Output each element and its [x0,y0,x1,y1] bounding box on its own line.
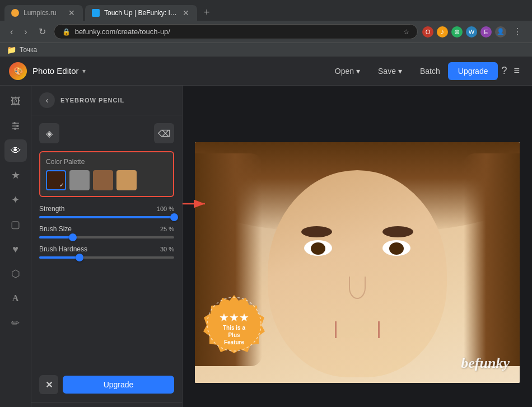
canvas-wrapper: befunky ★★★ This is a Plus Feature [195,142,520,383]
badge-svg: ★★★ This is a Plus Feature [203,293,265,355]
strength-slider[interactable] [39,216,174,218]
header-nav: Open ▾ Save ▾ Batch [327,63,448,79]
sidebar-item-textures[interactable]: ⬡ [4,263,27,285]
app-title-container: Photo Editor ▾ [32,66,86,76]
tab-befunky[interactable]: Touch Up | BeFunky: Image Reto... ✕ [85,5,197,21]
sidebar-item-elements[interactable]: ✦ [4,189,27,211]
strength-label: Strength [39,205,64,213]
befunky-watermark: befunky [461,355,510,372]
forward-button[interactable]: › [21,25,30,39]
address-text: befunky.com/create/touch-up/ [75,27,399,36]
svg-text:Plus: Plus [228,332,240,338]
app-title-dropdown-icon[interactable]: ▾ [82,67,86,75]
app-logo: 🎨 [9,62,27,80]
brush-size-slider-row: Brush Size 25 % [39,225,174,238]
swatch-gray[interactable] [69,170,90,190]
photo-content: befunky ★★★ This is a Plus Feature [195,142,520,383]
address-bar[interactable]: 🔒 befunky.com/create/touch-up/ ☆ [54,24,418,39]
cancel-button[interactable]: ✕ [39,375,58,394]
sidebar-item-draw[interactable]: ✏ [4,312,27,334]
tab-befunky-close[interactable]: ✕ [181,8,190,17]
brush-hardness-slider[interactable] [39,256,174,259]
tab-lumpics[interactable]: Lumpics.ru ✕ [4,5,83,21]
strength-value: 100 % [157,205,174,212]
color-palette-label: Color Palette [46,158,167,166]
sidebar-item-text[interactable]: A [4,287,27,310]
brush-hardness-label: Brush Hardness [39,245,87,253]
wallet-icon: W [466,26,477,38]
erase-tool-button[interactable]: ⌫ [154,123,174,143]
upgrade-tool-button[interactable]: Upgrade [63,376,174,394]
brush-tool-button[interactable]: ◈ [39,123,59,143]
tool-panel-content: ◈ ⌫ Color Palette ✓ [31,115,182,375]
color-swatches: ✓ [46,170,167,190]
refresh-button[interactable]: ↻ [35,24,49,39]
svg-point-3 [13,122,16,124]
strength-slider-fill [39,216,174,218]
vpn-icon: ⊕ [451,26,463,38]
upgrade-header-button[interactable]: Upgrade [448,62,498,80]
tool-panel-title: Eyebrow Pencil [60,97,124,104]
brush-hardness-value: 30 % [160,246,174,252]
face-oval [268,170,447,377]
panel-icons-row: ◈ ⌫ [39,123,174,143]
app-title-text: Photo Editor [32,66,79,76]
right-eyebrow [382,226,413,237]
plus-badge: ★★★ This is a Plus Feature [203,293,265,355]
tab-befunky-title: Touch Up | BeFunky: Image Reto... [104,9,177,17]
nose [349,277,366,299]
more-button[interactable]: ⋮ [510,24,525,39]
music-icon: ♪ [437,26,448,38]
brush-size-label: Brush Size [39,225,72,233]
tab-lumpics-title: Lumpics.ru [24,9,63,17]
sidebar-item-frames[interactable]: ▢ [4,213,27,236]
back-button[interactable]: ‹ [7,25,16,39]
svg-point-5 [14,128,16,130]
swatch-check-icon: ✓ [59,182,64,188]
brush-size-slider-fill [39,236,73,238]
brush-hardness-slider-thumb[interactable] [76,254,83,261]
left-icon-bar: 🖼 👁 ★ ✦ ▢ ♥ ⬡ A ✏ [0,86,31,407]
batch-button[interactable]: Batch [412,63,448,79]
left-eyebrow [301,226,332,237]
svg-text:This is a: This is a [223,325,245,331]
opera-icon: O [422,26,433,38]
tab-lumpics-close[interactable]: ✕ [67,8,76,17]
app-header: 🎨 Photo Editor ▾ Open ▾ Save ▾ Batch Upg… [0,57,532,86]
right-eye [382,240,410,256]
back-to-tools-button[interactable]: ‹ [39,92,55,108]
tab-bar: Lumpics.ru ✕ Touch Up | BeFunky: Image R… [0,0,532,21]
bookmark-folder-icon: 📁 [7,45,16,54]
color-palette-box: Color Palette ✓ [39,151,174,197]
canvas-area: befunky ★★★ This is a Plus Feature [183,86,532,407]
swatch-medium-brown[interactable] [93,170,113,190]
swatch-dark-brown[interactable]: ✓ [46,170,66,190]
nav-icons: O ♪ ⊕ W E 👤 ⋮ [422,24,525,39]
browser-chrome: Lumpics.ru ✕ Touch Up | BeFunky: Image R… [0,0,532,57]
brush-hardness-slider-row: Brush Hardness 30 % [39,245,174,259]
ext-icon: E [480,26,492,38]
sidebar-item-photos[interactable]: 🖼 [4,90,27,113]
open-button[interactable]: Open ▾ [327,63,368,79]
brush-size-slider-thumb[interactable] [69,233,77,241]
menu-button[interactable]: ≡ [510,62,523,80]
app-container: 🎨 Photo Editor ▾ Open ▾ Save ▾ Batch Upg… [0,57,532,407]
befunky-favicon [92,9,100,17]
brush-size-slider[interactable] [39,236,174,238]
mouth [335,321,380,338]
lumpics-favicon [11,9,19,17]
tab-add-button[interactable]: + [199,4,214,21]
sidebar-item-overlays[interactable]: ♥ [4,238,27,260]
sidebar-item-effects[interactable]: ★ [4,164,27,186]
upgrade-panel: ✕ Upgrade [31,375,182,402]
photo-canvas: befunky ★★★ This is a Plus Feature [195,142,520,383]
svg-point-4 [16,125,18,127]
svg-text:★★★: ★★★ [219,311,249,324]
help-button[interactable]: ? [498,62,510,80]
sidebar-item-adjust[interactable] [4,115,27,137]
strength-slider-thumb[interactable] [170,213,178,221]
bookmark-bar: 📁 Точка [0,43,532,57]
swatch-tan[interactable] [116,170,137,190]
save-button[interactable]: Save ▾ [370,63,410,79]
sidebar-item-retouch[interactable]: 👁 [4,139,27,162]
